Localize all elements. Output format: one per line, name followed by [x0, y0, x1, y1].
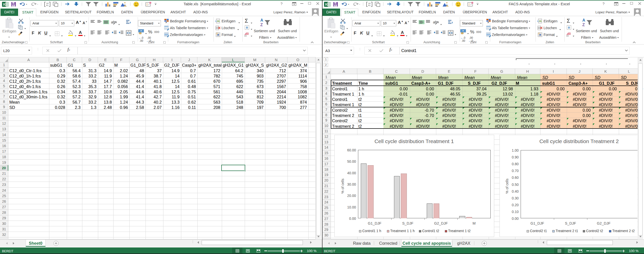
svg-text:01: 01 — [368, 4, 371, 7]
svg-text:X: X — [325, 3, 327, 6]
svg-text:≠: ≠ — [165, 21, 167, 24]
svg-text:X: X — [3, 3, 5, 6]
svg-text:≠: ≠ — [487, 21, 489, 24]
svg-text:01: 01 — [46, 4, 49, 7]
